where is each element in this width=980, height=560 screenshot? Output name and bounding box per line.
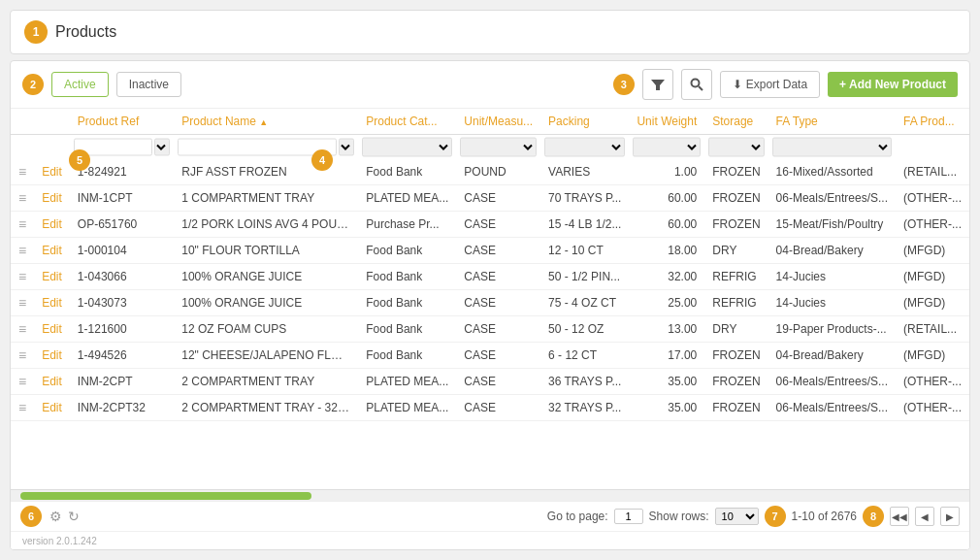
export-button[interactable]: ⬇ Export Data — [720, 71, 820, 98]
export-label: Export Data — [746, 78, 807, 91]
col-fa-prod: FA Prod... — [896, 109, 969, 135]
cell-product-cat: Food Bank — [358, 159, 456, 185]
cell-fa-type: 16-Mixed/Assorted — [768, 159, 896, 185]
version-bar: version 2.0.1.242 — [11, 531, 969, 549]
cell-unit-weight: 13.00 — [629, 316, 704, 343]
products-table: Product Ref Product Name ▲ Product Cat..… — [11, 109, 969, 421]
edit-link[interactable]: Edit — [42, 375, 62, 388]
filter-unit-weight[interactable] — [633, 138, 701, 157]
cell-fa-prod: (OTHER-... — [896, 185, 969, 212]
cell-product-name: 10" FLOUR TORTILLA — [174, 238, 358, 264]
cell-unit-meas: POUND — [456, 159, 540, 185]
filter-unit-meas[interactable] — [460, 138, 537, 157]
cell-unit-weight: 25.00 — [629, 290, 704, 316]
badge-3: 3 — [613, 74, 635, 95]
cell-product-ref: OP-651760 — [70, 212, 174, 238]
main-card: 2 Active Inactive 3 ⬇ Export Data + Add … — [10, 60, 970, 550]
row-menu-icon[interactable]: ≡ — [18, 269, 26, 284]
page-input[interactable] — [614, 509, 643, 524]
cell-unit-meas: CASE — [456, 264, 540, 290]
add-product-button[interactable]: + Add New Product — [828, 72, 958, 97]
row-menu-icon[interactable]: ≡ — [18, 216, 26, 232]
tab-inactive[interactable]: Inactive — [116, 72, 181, 97]
cell-product-cat: PLATED MEA... — [358, 395, 456, 421]
tab-active[interactable]: Active — [51, 72, 109, 97]
cell-fa-prod: (OTHER-... — [896, 212, 969, 238]
cell-unit-weight: 35.00 — [629, 395, 704, 421]
edit-link[interactable]: Edit — [42, 217, 62, 231]
badge-1: 1 — [24, 20, 48, 44]
cell-product-cat: Purchase Pr... — [358, 212, 456, 238]
edit-link[interactable]: Edit — [42, 270, 62, 283]
filter-product-cat[interactable] — [362, 138, 452, 157]
table-row: ≡ Edit 1-824921 RJF ASST FROZEN Food Ban… — [11, 159, 969, 185]
cell-product-name: 2 COMPARTMENT TRAY — [174, 369, 358, 395]
filter-button[interactable] — [642, 69, 673, 100]
edit-link[interactable]: Edit — [42, 165, 62, 179]
cell-fa-prod: (MFGD) — [896, 238, 969, 264]
refresh-icon[interactable]: ↻ — [68, 509, 80, 524]
cell-product-cat: PLATED MEA... — [358, 369, 456, 395]
cell-storage: DRY — [704, 316, 768, 343]
record-count: 1-10 of 2676 — [792, 510, 857, 523]
cell-unit-weight: 17.00 — [629, 343, 704, 369]
cell-unit-weight: 18.00 — [629, 238, 704, 264]
download-icon: ⬇ — [733, 78, 742, 91]
cell-product-ref: INM-2CPT — [70, 369, 174, 395]
cell-storage: FROZEN — [704, 395, 768, 421]
table-row: ≡ Edit 1-043073 100% ORANGE JUICE Food B… — [11, 290, 969, 316]
filter-product-ref-select[interactable]: ▼ — [154, 139, 170, 156]
footer-bar: 6 ⚙ ↻ Go to page: Show rows: 10 25 50 10… — [11, 501, 969, 531]
rows-select[interactable]: 10 25 50 100 — [715, 508, 759, 525]
pagination: Go to page: Show rows: 10 25 50 100 7 1-… — [547, 506, 960, 527]
next-page-button[interactable]: ▶ — [940, 507, 960, 526]
cell-unit-meas: CASE — [456, 343, 540, 369]
cell-fa-type: 14-Jucies — [768, 264, 896, 290]
prev-page-button[interactable]: ◀ — [915, 507, 934, 526]
row-menu-icon[interactable]: ≡ — [18, 295, 26, 311]
cell-storage: DRY — [704, 238, 768, 264]
row-menu-icon[interactable]: ≡ — [18, 347, 26, 363]
first-page-button[interactable]: ◀◀ — [890, 507, 909, 526]
cell-product-name: 12 OZ FOAM CUPS — [174, 316, 358, 343]
svg-point-1 — [691, 80, 699, 87]
table-row: ≡ Edit 1-043066 100% ORANGE JUICE Food B… — [11, 264, 969, 290]
table-row: ≡ Edit 1-000104 10" FLOUR TORTILLA Food … — [11, 238, 969, 264]
title-bar: 1 Products — [10, 10, 970, 54]
cell-fa-prod: (MFGD) — [896, 264, 969, 290]
cell-packing: VARIES — [540, 159, 629, 185]
edit-link[interactable]: Edit — [42, 348, 62, 362]
edit-link[interactable]: Edit — [42, 322, 62, 336]
row-menu-icon[interactable]: ≡ — [18, 321, 26, 337]
cell-product-name: 1 COMPARTMENT TRAY — [174, 185, 358, 212]
filter-packing[interactable] — [544, 138, 625, 157]
row-menu-icon[interactable]: ≡ — [18, 243, 26, 258]
settings-icon[interactable]: ⚙ — [49, 509, 62, 524]
row-menu-icon[interactable]: ≡ — [18, 164, 26, 180]
edit-link[interactable]: Edit — [42, 296, 62, 310]
cell-unit-meas: CASE — [456, 395, 540, 421]
cell-unit-weight: 35.00 — [629, 369, 704, 395]
cell-packing: 15 -4 LB 1/2... — [540, 212, 629, 238]
cell-unit-weight: 60.00 — [629, 212, 704, 238]
edit-link[interactable]: Edit — [42, 244, 62, 257]
row-menu-icon[interactable]: ≡ — [18, 190, 26, 206]
row-menu-icon[interactable]: ≡ — [18, 400, 26, 415]
search-button[interactable] — [681, 69, 712, 100]
cell-product-ref: 1-000104 — [70, 238, 174, 264]
row-menu-icon[interactable]: ≡ — [18, 374, 26, 389]
badge-4: 4 — [311, 149, 333, 171]
filter-storage[interactable] — [708, 138, 764, 157]
cell-fa-type: 06-Meals/Entrees/S... — [768, 185, 896, 212]
edit-link[interactable]: Edit — [42, 191, 62, 205]
cell-product-name: 12" CHEESE/JALAPENO FLOUR WRAPS — [174, 343, 358, 369]
cell-unit-meas: CASE — [456, 316, 540, 343]
horizontal-scrollbar[interactable] — [11, 489, 969, 501]
scrollbar-thumb[interactable] — [20, 492, 311, 500]
cell-product-cat: Food Bank — [358, 316, 456, 343]
edit-link[interactable]: Edit — [42, 401, 62, 414]
filter-product-name-select[interactable]: ▼ — [339, 139, 354, 156]
table-row: ≡ Edit INM-1CPT 1 COMPARTMENT TRAY PLATE… — [11, 185, 969, 212]
filter-fa-type[interactable] — [772, 138, 892, 157]
table-header-row: Product Ref Product Name ▲ Product Cat..… — [11, 109, 969, 135]
